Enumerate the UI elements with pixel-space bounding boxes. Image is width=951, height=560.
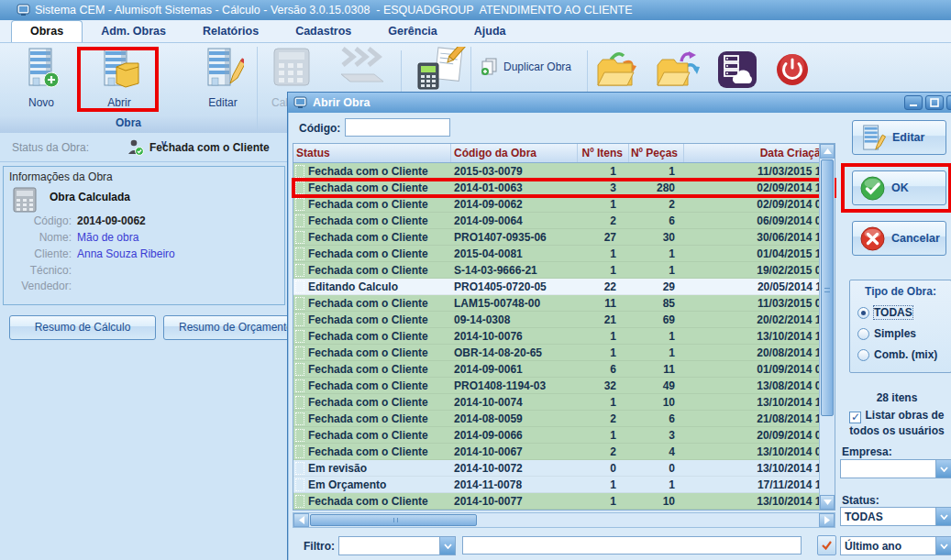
- radio-simples[interactable]: Simples: [857, 327, 916, 340]
- dialog-ok-button[interactable]: OK: [852, 170, 946, 205]
- cell-codigo: 09-14-0308: [451, 313, 578, 326]
- radio-todas[interactable]: TODAS: [857, 306, 912, 319]
- tab-obras[interactable]: Obras: [11, 20, 83, 42]
- table-row[interactable]: Fechada com o ClienteLAM15-00748-0011851…: [293, 295, 835, 312]
- minimize-button[interactable]: [904, 95, 923, 110]
- vertical-scrollbar[interactable]: [819, 144, 835, 510]
- column-header-pecas[interactable]: Nº Peças: [629, 144, 684, 162]
- sair-button[interactable]: [775, 52, 810, 87]
- row-indicator: [293, 279, 305, 294]
- empresa-label: Empresa:: [842, 445, 892, 458]
- cell-itens: 0: [578, 462, 629, 475]
- scroll-up-button[interactable]: [820, 144, 835, 159]
- table-row[interactable]: Fechada com o Cliente2014-09-00642606/09…: [293, 213, 835, 229]
- cell-status: Fechada com o Cliente: [305, 429, 451, 442]
- chevron-down-icon: [935, 508, 951, 525]
- tab-gerencia[interactable]: Gerência: [370, 21, 456, 42]
- table-row[interactable]: Fechada com o ClientePRO1408-1194-033249…: [293, 378, 835, 394]
- filtro-field-select[interactable]: [338, 536, 456, 555]
- exportar-obra-button[interactable]: [656, 50, 702, 89]
- listar-obras-checkbox[interactable]: ✓Listar obras de todos os usuários: [838, 408, 951, 438]
- table-row[interactable]: Fechada com o ClienteS-14-03-9666-211119…: [293, 262, 835, 279]
- building-open-icon: [87, 47, 151, 94]
- tab-ajuda[interactable]: Ajuda: [456, 21, 525, 42]
- cell-status: Fechada com o Cliente: [305, 495, 451, 508]
- radio-comb-mix[interactable]: Comb. (mix): [857, 348, 937, 361]
- cloud-backup-button[interactable]: [717, 50, 757, 89]
- cell-codigo: S-14-03-9666-21: [451, 264, 578, 277]
- table-row[interactable]: Fechada com o Cliente2015-04-00811101/04…: [293, 246, 835, 262]
- table-row[interactable]: Fechada com o Cliente2014-10-007711013/1…: [293, 493, 835, 510]
- table-row[interactable]: Fechada com o Cliente2014-09-006161101/0…: [293, 361, 835, 378]
- orcamento-calc-button[interactable]: [411, 47, 468, 94]
- editar-button[interactable]: Editar: [191, 47, 255, 109]
- cell-itens: 6: [578, 363, 629, 376]
- horizontal-scrollbar[interactable]: [293, 512, 835, 528]
- row-indicator: [293, 312, 305, 327]
- table-row[interactable]: Fechada com o Cliente2014-08-00592621/08…: [293, 411, 835, 427]
- cell-codigo: 2014-09-0064: [451, 214, 578, 227]
- check-circle-icon: [860, 176, 885, 201]
- row-indicator: [293, 229, 305, 245]
- calculator-small-icon: [13, 187, 37, 213]
- cell-codigo: PRO1405-0720-05: [451, 280, 578, 293]
- filtro-input[interactable]: [462, 536, 802, 555]
- cell-status: Fechada com o Cliente: [305, 330, 451, 343]
- row-indicator: [293, 477, 305, 492]
- table-header: Status Código da Obra Nº Itens Nº Peças …: [293, 144, 835, 163]
- status-select[interactable]: TODAS: [840, 507, 951, 526]
- column-header-codigo[interactable]: Código da Obra: [451, 144, 578, 162]
- nome-label: Nome:: [4, 231, 72, 244]
- tab-relatorios[interactable]: Relatórios: [184, 21, 277, 42]
- table-row[interactable]: Fechada com o Cliente2014-09-00621202/09…: [293, 196, 835, 213]
- table-row[interactable]: Fechada com o Cliente2014-01-0063328002/…: [293, 180, 835, 196]
- table-row[interactable]: Fechada com o Cliente2014-09-00661320/09…: [293, 427, 835, 444]
- table-row[interactable]: Em Orçamento2014-11-00781117/11/2014 16: [293, 477, 835, 493]
- periodo-select[interactable]: Último ano: [840, 536, 951, 555]
- table-row[interactable]: Fechada com o ClientePRO1407-0935-062730…: [293, 229, 835, 246]
- scroll-down-button[interactable]: [820, 495, 835, 510]
- close-button[interactable]: [946, 95, 951, 110]
- building-edit-icon: [191, 47, 255, 94]
- empresa-select[interactable]: [840, 459, 951, 478]
- resumo-calculo-button[interactable]: Resumo de Cálculo: [9, 315, 156, 340]
- table-row[interactable]: Fechada com o Cliente2014-10-00672413/10…: [293, 444, 835, 460]
- duplicar-obra-button[interactable]: Duplicar Obra: [481, 58, 571, 76]
- empresa-value: [841, 460, 935, 478]
- horizontal-scrollbar-thumb[interactable]: [310, 514, 477, 526]
- table-row[interactable]: Em revisão2014-10-00720013/10/2014 14: [293, 460, 835, 477]
- tab-adm-obras[interactable]: Adm. Obras: [83, 21, 184, 42]
- row-indicator: [293, 163, 305, 179]
- column-header-data-criacao[interactable]: Data Criação: [684, 144, 835, 162]
- importar-obra-button[interactable]: [596, 50, 640, 89]
- novo-button[interactable]: Novo: [9, 47, 73, 109]
- table-row[interactable]: Editando CalculoPRO1405-0720-05222920/05…: [293, 279, 835, 295]
- cell-pecas: 1: [629, 165, 684, 178]
- dialog-cancelar-button[interactable]: Cancelar: [852, 221, 946, 256]
- scroll-left-button[interactable]: [293, 513, 309, 527]
- table-row[interactable]: Fechada com o Cliente09-14-0308216920/02…: [293, 312, 835, 328]
- cell-data-criacao: 02/09/2014 16: [684, 181, 835, 194]
- abrir-button[interactable]: Abrir: [87, 47, 151, 109]
- nome-value-link[interactable]: Mão de obra: [77, 231, 138, 244]
- filtro-label: Filtro:: [304, 540, 335, 553]
- table-row[interactable]: Fechada com o ClienteOBR-14-08-20-651120…: [293, 345, 835, 361]
- tab-cadastros[interactable]: Cadastros: [277, 21, 370, 42]
- maximize-button[interactable]: [925, 95, 944, 110]
- cell-itens: 1: [578, 346, 629, 359]
- cell-itens: 22: [578, 280, 629, 293]
- filtro-confirm-button[interactable]: [817, 535, 836, 555]
- dialog-editar-button[interactable]: Editar: [852, 120, 946, 155]
- cell-data-criacao: 02/09/2014 09: [684, 198, 835, 211]
- cliente-value-link[interactable]: Anna Souza Ribeiro: [77, 247, 175, 260]
- cell-itens: 2: [578, 445, 629, 458]
- scroll-right-button[interactable]: [819, 513, 835, 527]
- table-row[interactable]: Fechada com o Cliente2015-03-00791111/03…: [293, 163, 835, 180]
- table-row[interactable]: Fechada com o Cliente2014-10-00761113/10…: [293, 328, 835, 345]
- abrir-obra-dialog: Abrir Obra Código: Status Código da Obra…: [287, 92, 951, 560]
- vertical-scrollbar-thumb[interactable]: [821, 159, 834, 416]
- column-header-itens[interactable]: Nº Itens: [578, 144, 629, 162]
- codigo-input[interactable]: [345, 118, 450, 137]
- table-row[interactable]: Fechada com o Cliente2014-10-007411013/1…: [293, 394, 835, 411]
- column-header-status[interactable]: Status: [293, 144, 451, 162]
